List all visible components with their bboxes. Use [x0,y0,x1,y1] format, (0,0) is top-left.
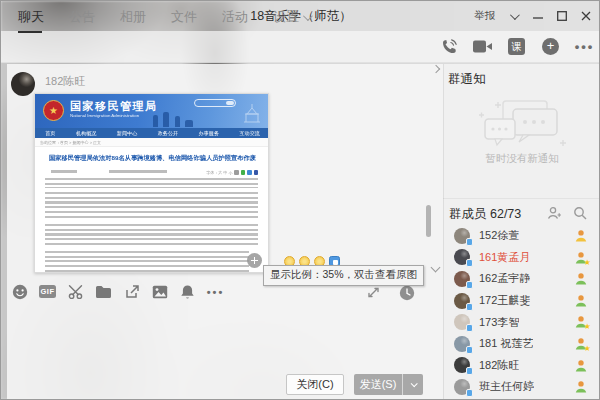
tab-announcement[interactable]: 公告 [69,8,95,33]
minimize-button[interactable] [532,11,543,22]
member-name: 172王麒斐 [479,293,530,308]
tab-chat[interactable]: 聊天 [18,8,44,33]
add-member-icon[interactable] [547,206,561,220]
member-name: 173李智 [479,315,519,330]
member-level-icon: ★ [574,380,588,394]
member-avatar [454,336,470,352]
chat-scrollbar[interactable] [426,205,431,237]
member-row[interactable]: 152徐萱 ★ [443,225,600,247]
article-font-size-options: 字体：大 中 小 [206,170,232,176]
member-star-icon: ★ [584,344,591,353]
member-name: 182陈旺 [479,358,519,373]
close-chat-button[interactable]: 关闭(C) [286,374,344,395]
mobile-online-badge [466,281,473,289]
group-action-icons: 课 + ••• [439,37,594,56]
empty-notice-text: 暂时没有新通知 [443,152,600,166]
more-tools-icon[interactable]: ••• [207,283,224,300]
member-avatar [454,379,470,395]
members-count-title: 群成员 62/73 [449,206,521,223]
maximize-button[interactable] [556,11,567,22]
member-level-icon: ★ [574,229,588,243]
report-button[interactable]: 举报 [474,9,495,23]
member-row[interactable]: 172王麒斐 ★ [443,290,600,312]
silhouette-figure [175,116,180,127]
scroll-down-icon[interactable] [431,264,441,272]
gov-breadcrumb: 当前位置：首页 > 新闻中心 > 正文 [35,138,268,147]
member-name: 班主任何婷 [479,379,534,394]
member-name: 161黄孟月 [479,250,530,265]
member-avatar [454,271,470,287]
gov-article: 国家移民管理局依法对89名从事跨境赌博、电信网络诈骗人员护照宣布作废 字体：大 … [35,147,268,273]
member-row[interactable]: 181 祝莲艺 ★ [443,333,600,355]
image-message-preview[interactable]: ★ 国家移民管理局 National Immigration Administr… [34,93,269,273]
article-paragraph [45,224,258,247]
zoom-in-icon[interactable] [247,253,262,268]
share-icon [247,170,252,175]
close-button[interactable] [580,11,591,22]
screenshot-scissors-icon[interactable] [67,283,84,300]
shake-bell-icon[interactable] [179,283,196,300]
zoom-ratio-tooltip: 显示比例：35%，双击查看原图 [263,265,424,286]
chevron-down-icon[interactable] [508,11,519,22]
qq-group-chat-window: 18音乐学（师范） 举报 聊天公告相册文件活动设置 课 + ••• 182陈旺 … [0,0,600,400]
search-member-icon[interactable] [573,206,587,220]
gov-search-box [194,99,236,107]
gov-site-header: ★ 国家移民管理局 National Immigration Administr… [35,94,268,128]
mobile-online-badge [466,238,473,246]
share-icon [241,170,246,175]
member-row[interactable]: 班主任何婷 ★ [443,376,600,398]
member-row[interactable]: 182陈旺 ★ [443,355,600,377]
tab-files[interactable]: 文件 [171,8,197,33]
member-level-icon: ★ [574,315,588,329]
tab-settings[interactable]: 设置 [273,8,310,33]
mobile-online-badge [466,303,473,311]
member-level-icon: ★ [574,337,588,351]
sender-avatar[interactable] [11,72,35,96]
gif-icon[interactable]: GIF [39,283,56,300]
mobile-online-badge [466,346,473,354]
empty-notice-illustration [477,99,567,151]
member-avatar [454,357,470,373]
gov-nav-bar: 首页机构概况新闻中心政务公开办事服务互动交流 [35,128,268,138]
member-level-icon: ★ [574,272,588,286]
expand-input-icon[interactable] [365,284,382,301]
screen-share-icon[interactable] [123,283,140,300]
send-options-chevron[interactable] [402,374,423,395]
tabs: 聊天公告相册文件活动设置 [18,8,310,33]
gov-nav-item: 新闻中心 [117,128,137,138]
share-icon [254,170,259,175]
member-avatar [454,314,470,330]
chat-history-clock-icon[interactable] [398,284,415,301]
group-notice-title: 群通知 [448,71,486,88]
send-file-folder-icon[interactable] [95,283,112,300]
gov-nav-item: 首页 [45,128,55,138]
silhouette-figure [163,112,169,127]
gov-nav-item: 政务公开 [158,128,178,138]
send-button[interactable]: 发送(S) [354,374,423,395]
article-title: 国家移民管理局依法对89名从事跨境赌博、电信网络诈骗人员护照宣布作废 [45,154,260,161]
national-emblem-icon: ★ [43,100,64,121]
member-avatar [454,228,470,244]
gov-site-name: 国家移民管理局 [70,99,158,114]
image-icon[interactable] [151,283,168,300]
tab-album[interactable]: 相册 [120,8,146,33]
emoji-icon[interactable] [11,283,28,300]
member-level-icon: ★ [574,251,588,265]
mobile-online-badge [466,259,473,267]
video-call-icon[interactable] [473,37,492,56]
voice-call-icon[interactable] [439,37,458,56]
gov-site-name-en: National Immigration Administration [70,113,139,118]
tab-activity[interactable]: 活动 [222,8,248,33]
member-level-icon: ★ [574,359,588,373]
mobile-online-badge [466,324,473,332]
member-row[interactable]: 173李智 ★ [443,311,600,333]
add-plus-icon[interactable]: + [541,37,560,56]
collapse-sidebar-icon[interactable] [432,65,440,73]
member-row[interactable]: 161黄孟月 ★ [443,247,600,269]
class-tool-icon[interactable]: 课 [507,37,526,56]
mobile-online-badge [466,367,473,375]
member-row[interactable]: 162孟宇静 ★ [443,268,600,290]
member-star-icon: ★ [584,258,591,267]
sender-name: 182陈旺 [45,74,85,89]
more-options-icon[interactable]: ••• [575,37,594,56]
